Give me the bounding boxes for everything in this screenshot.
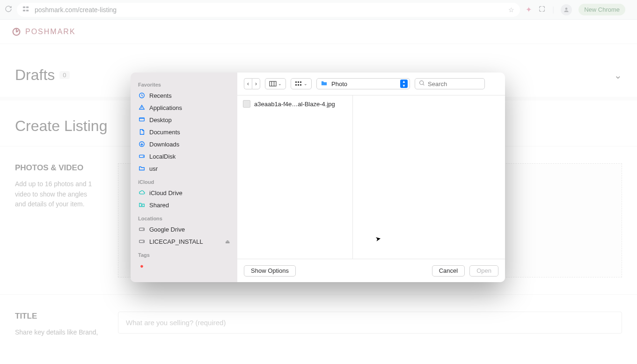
file-open-dialog: Favorites Recents Applications Desktop D… [131,73,505,282]
svg-point-10 [143,156,144,157]
clock-icon [138,92,146,99]
sidebar-item-recents[interactable]: Recents [131,89,237,102]
nav-back-forward: ‹ › [244,78,260,89]
sidebar-group-locations: Locations [131,211,237,223]
svg-point-23 [420,81,424,85]
applications-icon [138,104,146,111]
show-options-button[interactable]: Show Options [244,265,296,277]
sidebar-item-shared[interactable]: Shared [131,199,237,211]
sidebar-item-licecap[interactable]: LICECAP_INSTALL⏏ [131,235,237,248]
tag-dot-icon: ● [138,262,146,269]
folder-icon [321,80,328,88]
file-column-view: a3eaab1a-f4e…al-Blaze-4.jpg [237,95,505,259]
svg-rect-18 [298,81,299,83]
sidebar-item-applications[interactable]: Applications [131,102,237,114]
file-name: a3eaab1a-f4e…al-Blaze-4.jpg [254,101,335,108]
document-icon [138,128,146,136]
sidebar-item-icloud-drive[interactable]: iCloud Drive [131,187,237,199]
sidebar-item-localdisk[interactable]: LocalDisk [131,150,237,162]
nav-back-button[interactable]: ‹ [244,78,252,89]
svg-rect-19 [300,81,301,83]
shared-folder-icon [138,201,146,209]
svg-rect-20 [295,84,297,86]
updown-arrows-icon: ▲▼ [400,80,408,88]
file-search-input[interactable] [428,80,481,87]
file-search[interactable] [415,78,485,89]
svg-rect-21 [298,84,299,86]
sidebar-item-google-drive[interactable]: Google Drive [131,223,237,235]
sidebar-item-downloads[interactable]: Downloads [131,138,237,150]
sidebar-group-tags: Tags [131,248,237,260]
svg-rect-22 [300,84,301,86]
sidebar-item-usr[interactable]: usr [131,162,237,175]
file-thumbnail-icon [243,100,250,108]
disk-icon [138,226,146,233]
file-dialog-toolbar: ‹ › ⌄ ⌄ Photo ▲▼ [237,73,505,95]
mouse-cursor-icon: ➤ [375,234,382,243]
svg-rect-16 [270,81,276,86]
view-group-button[interactable]: ⌄ [291,78,312,89]
disk-icon [138,238,146,245]
svg-rect-7 [139,118,145,121]
sidebar-group-icloud: iCloud [131,175,237,187]
desktop-icon [138,116,146,124]
file-dialog-sidebar: Favorites Recents Applications Desktop D… [131,73,237,282]
search-icon [419,80,425,87]
disk-icon [138,153,146,160]
svg-rect-17 [295,81,297,83]
file-dialog-footer: Show Options Cancel Open [237,259,505,282]
file-column-1[interactable]: a3eaab1a-f4e…al-Blaze-4.jpg [237,95,353,259]
cloud-icon [138,189,146,197]
sidebar-group-favorites: Favorites [131,77,237,89]
svg-point-11 [141,205,142,206]
view-columns-button[interactable]: ⌄ [265,78,286,89]
downloads-icon [138,140,146,148]
file-item[interactable]: a3eaab1a-f4e…al-Blaze-4.jpg [237,98,352,109]
cancel-button[interactable]: Cancel [432,265,465,277]
eject-icon[interactable]: ⏏ [225,239,230,245]
nav-forward-button[interactable]: › [252,78,260,89]
sidebar-item-documents[interactable]: Documents [131,126,237,138]
file-column-2[interactable] [353,95,505,259]
folder-name: Photo [331,80,396,87]
open-button[interactable]: Open [469,265,498,277]
svg-point-15 [143,241,144,242]
sidebar-item-desktop[interactable]: Desktop [131,114,237,126]
svg-point-13 [143,229,144,230]
folder-selector[interactable]: Photo ▲▼ [316,78,410,89]
folder-icon [138,165,146,172]
sidebar-item-tag-red[interactable]: ● [131,260,237,272]
